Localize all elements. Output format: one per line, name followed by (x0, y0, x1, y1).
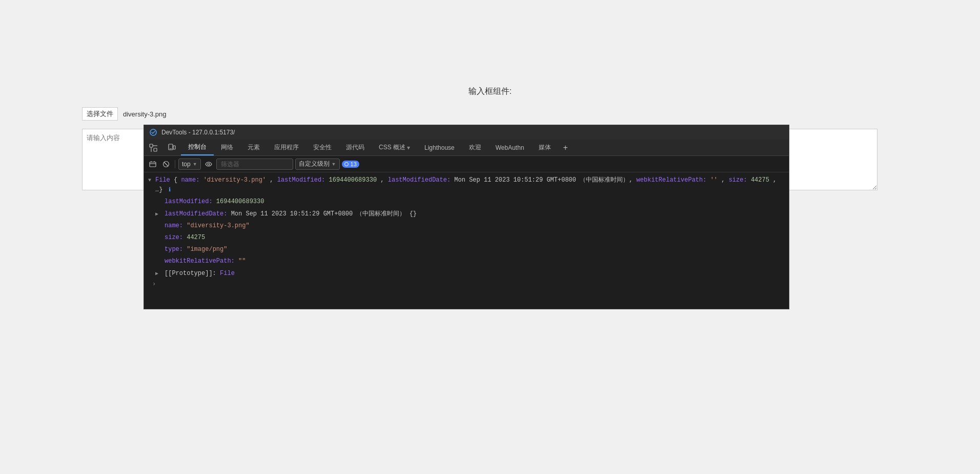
toolbar-separator-1 (175, 160, 175, 168)
svg-rect-1 (150, 144, 153, 147)
devtools-tabs: 控制台 网络 元素 应用程序 安全性 源代码 CSS 概述 ▾ Lighth (144, 140, 789, 156)
custom-level-dropdown[interactable]: 自定义级别 ▼ (295, 159, 340, 170)
tab-security[interactable]: 安全性 (306, 140, 339, 155)
devtools-panel: DevTools - 127.0.0.1:5173/ (144, 125, 789, 309)
tab-console[interactable]: 控制台 (181, 140, 214, 155)
tab-elements[interactable]: 元素 (240, 140, 267, 155)
svg-point-14 (208, 163, 210, 165)
expand-prototype-arrow[interactable] (155, 270, 158, 278)
expand-last-modified-date-arrow[interactable] (155, 210, 158, 219)
svg-rect-6 (173, 146, 175, 149)
tab-lighthouse[interactable]: Lighthouse (417, 140, 462, 155)
tab-add[interactable]: + (558, 140, 573, 155)
log-line-name: name: "diversity-3.png" (144, 220, 789, 232)
tab-network[interactable]: 网络 (214, 140, 240, 155)
error-dot-icon (344, 162, 349, 166)
top-context-dropdown[interactable]: top ▼ (178, 159, 201, 170)
tab-css-overview[interactable]: CSS 概述 ▾ (372, 140, 417, 155)
choose-file-button[interactable]: 选择文件 (82, 107, 118, 121)
svg-line-13 (164, 162, 168, 166)
devtools-logo-icon (149, 128, 157, 136)
ban-button[interactable] (160, 159, 172, 170)
file-name-display: diversity-3.png (123, 110, 167, 118)
console-output[interactable]: File { name: 'diversity-3.png' , lastMod… (144, 172, 789, 309)
page-title: 输入框组件: (0, 0, 980, 97)
title-text: 输入框组件: (468, 87, 512, 95)
clear-console-button[interactable] (147, 159, 158, 170)
tab-webauthn[interactable]: WebAuthn (488, 140, 532, 155)
log-line-size: size: 44275 (144, 232, 789, 244)
log-line-file: File { name: 'diversity-3.png' , lastMod… (144, 174, 789, 196)
tab-sources[interactable]: 源代码 (339, 140, 372, 155)
log-line-webkit-relative-path: webkitRelativePath: "" (144, 255, 789, 267)
filter-input[interactable] (216, 159, 293, 170)
tab-welcome[interactable]: 欢迎 (462, 140, 488, 155)
svg-rect-8 (150, 162, 156, 167)
dropdown-arrow-icon: ▼ (193, 162, 197, 167)
log-line-type: type: "image/png" (144, 244, 789, 255)
log-line-last-modified-date: lastModifiedDate: Mon Sep 11 2023 10:51:… (144, 208, 789, 220)
tab-device-mode[interactable] (162, 140, 181, 155)
console-caret-line: › (144, 280, 789, 289)
eye-button[interactable] (203, 159, 214, 170)
expand-file-arrow[interactable] (148, 176, 151, 185)
tab-media[interactable]: 媒体 (532, 140, 558, 155)
log-line-prototype: [[Prototype]]: File (144, 268, 789, 280)
page-content: 输入框组件: 选择文件 diversity-3.png DevTools - 1… (0, 0, 980, 474)
console-toolbar: top ▼ 自定义级别 ▼ 13 (144, 156, 789, 172)
error-count-badge: 13 (342, 161, 359, 168)
file-input-area: 选择文件 diversity-3.png (82, 107, 980, 121)
log-line-last-modified: lastModified: 1694400689330 (144, 196, 789, 208)
custom-level-arrow-icon: ▼ (332, 162, 336, 167)
tab-inspect-element[interactable] (144, 140, 162, 155)
caret-symbol: › (148, 281, 156, 288)
devtools-title-text: DevTools - 127.0.0.1:5173/ (161, 129, 235, 136)
devtools-titlebar: DevTools - 127.0.0.1:5173/ (144, 125, 789, 140)
info-icon[interactable]: ℹ (169, 187, 171, 193)
svg-rect-2 (154, 148, 157, 151)
tab-application[interactable]: 应用程序 (267, 140, 306, 155)
